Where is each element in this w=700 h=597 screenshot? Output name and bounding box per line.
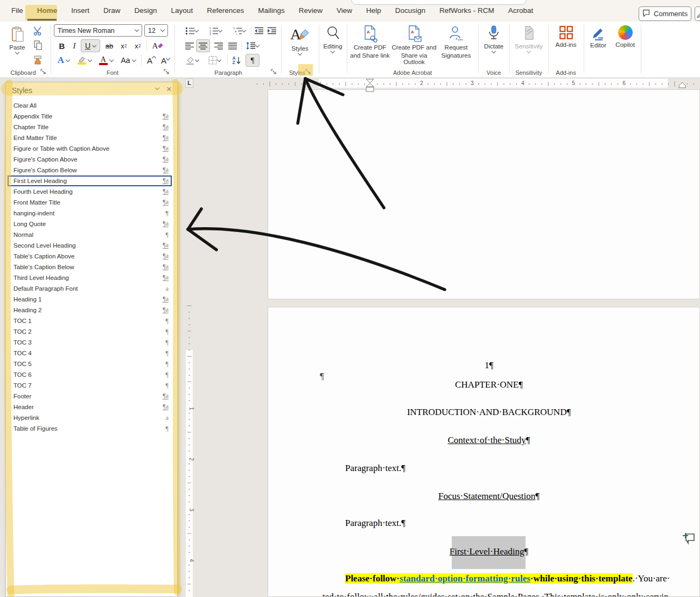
comments-button[interactable]: Comments — [639, 6, 691, 21]
text-highlight-button[interactable] — [75, 54, 94, 67]
tab-docusign[interactable]: Docusign — [388, 0, 432, 22]
numbering-button[interactable]: 123 — [206, 24, 225, 37]
addins-button[interactable]: Add-ins — [551, 23, 580, 48]
paragraph-dialog-launcher[interactable] — [270, 68, 277, 75]
clear-formatting-button[interactable]: A — [150, 39, 166, 52]
style-item-table-s-caption-below[interactable]: Table's Caption Below¶a — [8, 262, 172, 272]
increase-indent-button[interactable] — [266, 24, 278, 37]
style-item-hyperlink[interactable]: Hyperlinka — [8, 412, 172, 423]
style-item-toc-3[interactable]: TOC 3¶ — [8, 337, 172, 348]
tab-acrobat[interactable]: Acrobat — [501, 0, 541, 22]
tab-help[interactable]: Help — [359, 0, 388, 22]
subscript-button[interactable]: x2 — [117, 39, 130, 52]
tab-insert[interactable]: Insert — [64, 0, 96, 22]
formatting-rules-link[interactable]: standard·option·formatting·rules — [400, 573, 530, 584]
clipboard-dialog-launcher[interactable] — [40, 68, 47, 75]
multilevel-list-button[interactable]: 1ai — [229, 24, 249, 37]
tab-home[interactable]: Home — [30, 0, 65, 22]
align-center-button[interactable] — [196, 39, 210, 52]
change-case-button[interactable]: Aa — [118, 54, 138, 67]
style-item-table-of-figures[interactable]: Table of Figures¶ — [8, 423, 172, 434]
editor-button[interactable]: Editor — [586, 23, 611, 48]
tab-refworks-rcm[interactable]: RefWorks - RCM — [432, 0, 501, 22]
format-painter-button[interactable] — [31, 53, 44, 66]
borders-button[interactable] — [205, 54, 224, 67]
font-dialog-launcher[interactable] — [163, 68, 170, 75]
style-item-heading-1[interactable]: Heading 1¶a — [8, 294, 172, 305]
align-left-button[interactable] — [183, 39, 196, 52]
tab-mailings[interactable]: Mailings — [251, 0, 292, 22]
tab-file[interactable]: File — [4, 0, 30, 22]
document-page-2[interactable]: 1¶ ¶ CHAPTER·ONE¶ INTRODUCTION·AND·BACKG… — [268, 307, 700, 597]
tab-stop-selector[interactable]: L — [185, 79, 193, 88]
dictate-button[interactable]: Dictate — [481, 23, 507, 53]
tab-draw[interactable]: Draw — [96, 0, 128, 22]
tab-references[interactable]: References — [200, 0, 251, 22]
justify-button[interactable] — [226, 39, 239, 52]
text-effects-button[interactable]: A — [55, 54, 72, 67]
shrink-font-button[interactable]: A — [158, 54, 172, 67]
style-item-hanging-indent[interactable]: hanging-indent¶ — [8, 208, 172, 219]
sensitivity-button[interactable]: Sensitivity — [513, 23, 545, 53]
style-item-table-s-caption-above[interactable]: Table's Caption Above¶a — [8, 251, 172, 262]
style-item-end-matter-title[interactable]: End Matter Title¶a — [8, 132, 172, 143]
style-item-appendix-title[interactable]: Appendix Title¶a — [8, 111, 172, 122]
editing-mode-button-partial[interactable] — [695, 6, 700, 21]
style-item-normal[interactable]: Normal¶ — [8, 229, 172, 240]
font-size-combobox[interactable]: 12 — [144, 24, 168, 37]
grow-font-button[interactable]: A — [144, 54, 158, 67]
cut-button[interactable] — [31, 24, 44, 37]
tab-review[interactable]: Review — [292, 0, 330, 22]
style-item-toc-1[interactable]: TOC 1¶ — [8, 315, 172, 326]
styles-dialog-launcher[interactable] — [305, 68, 312, 75]
request-signatures-button[interactable]: x Request Signatures — [438, 23, 474, 59]
style-item-clear-all[interactable]: Clear All — [8, 100, 172, 111]
align-right-button[interactable] — [212, 39, 225, 52]
bold-button[interactable]: B — [56, 39, 68, 52]
style-item-third-level-heading[interactable]: Third Level Heading¶a — [8, 272, 172, 283]
style-item-chapter-title[interactable]: Chapter Title¶a — [8, 122, 172, 132]
copy-button[interactable] — [31, 39, 44, 52]
style-item-footer[interactable]: Footer¶a — [8, 391, 172, 402]
shading-button[interactable] — [182, 54, 201, 67]
style-item-figure-s-caption-below[interactable]: Figure's Caption Below¶a — [8, 165, 172, 175]
style-item-long-quote[interactable]: Long Quote¶a — [8, 219, 172, 229]
style-item-toc-7[interactable]: TOC 7¶ — [8, 380, 172, 391]
sort-button[interactable]: AZ — [229, 54, 243, 67]
tab-view[interactable]: View — [330, 0, 359, 22]
styles-gallery-button[interactable]: A Styles — [285, 23, 314, 55]
underline-button[interactable]: U — [81, 39, 100, 52]
superscript-button[interactable]: x2 — [131, 39, 144, 52]
tab-design[interactable]: Design — [128, 0, 164, 22]
style-item-toc-6[interactable]: TOC 6¶ — [8, 369, 172, 380]
create-pdf-share-link-button[interactable]: A Create PDF and Share link — [350, 23, 390, 59]
styles-pane-close-icon[interactable]: × — [166, 84, 172, 95]
font-color-button[interactable]: A — [97, 54, 115, 67]
tab-layout[interactable]: Layout — [164, 0, 200, 22]
create-pdf-share-outlook-button[interactable]: A Create PDF and Share via Outlook — [391, 23, 437, 65]
paste-button[interactable]: Paste — [5, 24, 29, 54]
style-item-toc-5[interactable]: TOC 5¶ — [8, 359, 172, 369]
style-item-first-level-heading[interactable]: First Level Heading¶a — [8, 175, 172, 186]
font-name-combobox[interactable]: Times New Roman — [54, 24, 142, 37]
styles-pane-menu-chevron-icon[interactable] — [155, 86, 159, 90]
line-spacing-button[interactable] — [243, 39, 262, 52]
editing-button[interactable]: Editing — [321, 23, 345, 53]
style-item-header[interactable]: Header¶a — [8, 402, 172, 412]
style-item-default-paragraph-font[interactable]: Default Paragraph Fonta — [8, 283, 172, 294]
style-item-second-level-heading[interactable]: Second Level Heading¶a — [8, 240, 172, 251]
show-formatting-marks-button[interactable]: ¶ — [246, 54, 260, 67]
decrease-indent-button[interactable] — [253, 24, 265, 37]
document-page-1[interactable] — [268, 89, 700, 299]
style-item-figure-or-table-with-caption-above[interactable]: Figure or Table with Caption Above¶a — [8, 143, 172, 154]
style-item-toc-2[interactable]: TOC 2¶ — [8, 326, 172, 337]
style-item-figure-s-caption-above[interactable]: Figure's Caption Above¶a — [8, 154, 172, 165]
copilot-button[interactable]: Copilot — [612, 23, 639, 48]
style-item-heading-2[interactable]: Heading 2¶a — [8, 305, 172, 315]
insert-comment-flag[interactable] — [682, 532, 696, 547]
bullets-button[interactable] — [182, 24, 201, 37]
style-item-toc-4[interactable]: TOC 4¶ — [8, 348, 172, 359]
style-item-front-matter-title[interactable]: Front Matter Title¶a — [8, 197, 172, 208]
italic-button[interactable]: I — [69, 39, 80, 52]
strikethrough-button[interactable]: ab — [102, 39, 116, 52]
